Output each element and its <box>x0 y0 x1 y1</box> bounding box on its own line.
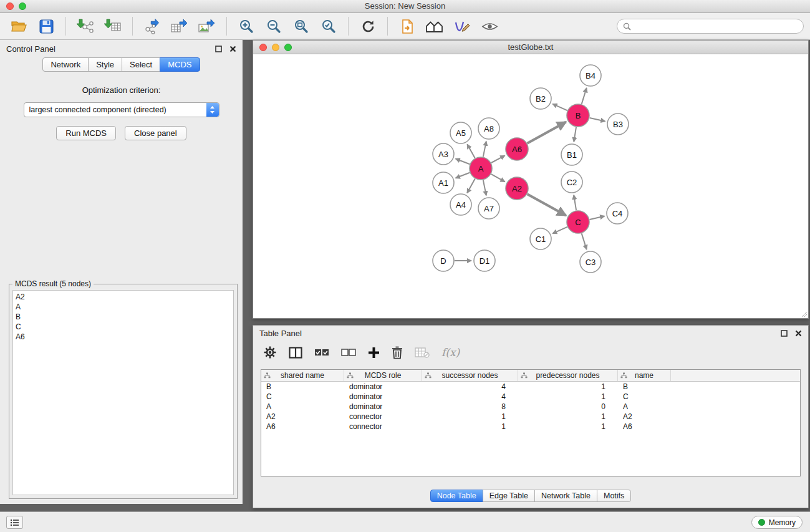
import-network-button[interactable] <box>73 15 98 37</box>
result-item[interactable]: A <box>13 302 233 312</box>
zoom-out-button[interactable] <box>261 15 286 37</box>
tab-style[interactable]: Style <box>88 57 122 72</box>
column-selector-icon[interactable] <box>289 347 302 359</box>
graph-edge-C-C2[interactable] <box>574 195 576 211</box>
tab-node-table[interactable]: Node Table <box>430 490 483 502</box>
open-session-button[interactable] <box>6 15 31 37</box>
optimization-criterion-label: Optimization criterion: <box>0 85 243 95</box>
tab-mcds[interactable]: MCDS <box>160 57 200 72</box>
double-house-icon <box>425 19 444 34</box>
app-window: Session: New Session <box>0 0 810 532</box>
zoom-fit-button[interactable] <box>289 15 314 37</box>
table-row[interactable]: Cdominator41C <box>261 392 800 402</box>
memory-button[interactable]: Memory <box>751 516 803 529</box>
graph-node-label: A2 <box>512 184 522 193</box>
first-neighbors-button[interactable] <box>422 15 447 37</box>
graph-edge-A-A5[interactable] <box>467 144 475 158</box>
zoom-in-button[interactable] <box>234 15 259 37</box>
close-panel-icon[interactable] <box>229 46 236 52</box>
delete-table-grid-icon <box>415 347 430 358</box>
tab-network-table[interactable]: Network Table <box>534 490 597 502</box>
result-item[interactable]: B <box>13 312 233 322</box>
table-row[interactable]: Adominator80A <box>261 402 800 412</box>
graph-edge-A-A8[interactable] <box>483 142 486 157</box>
graph-nodes[interactable]: AA6A2BCA5A8A3A1A4A7B2B4B3B1C2C4C1C3DD1 <box>433 65 629 273</box>
tab-select[interactable]: Select <box>122 57 160 72</box>
node-table: shared name MCDS role successor nodes pr… <box>261 369 801 476</box>
graph-edge-A2-C[interactable] <box>528 194 566 215</box>
graph-edge-C-C1[interactable] <box>552 227 567 234</box>
result-item[interactable]: A6 <box>13 332 233 342</box>
graph-edge-C-C3[interactable] <box>582 233 587 249</box>
cell: 8 <box>422 402 518 412</box>
search-icon <box>623 22 631 31</box>
network-zoom-button[interactable] <box>284 44 292 51</box>
cell: connector <box>344 422 422 432</box>
graph-edge-B-B3[interactable] <box>590 118 605 121</box>
criterion-dropdown[interactable]: largest connected component (directed) <box>24 102 219 117</box>
show-panel-list-button[interactable] <box>6 516 23 529</box>
table-panel-tabs: Node TableEdge TableNetwork TableMotifs <box>253 490 808 502</box>
resize-grip-icon[interactable] <box>800 310 808 317</box>
table-row[interactable]: A6connector11A6 <box>261 422 800 432</box>
search-input[interactable] <box>635 22 798 31</box>
graph-edge-A-A2[interactable] <box>491 174 505 181</box>
annotation-button[interactable] <box>450 15 475 37</box>
network-minimize-button[interactable] <box>272 44 279 51</box>
table-row[interactable]: A2connector11A2 <box>261 412 800 422</box>
close-panel-button[interactable]: Close panel <box>125 126 186 140</box>
show-graphics-details-button[interactable] <box>477 15 502 37</box>
attribute-type-icon <box>620 372 627 379</box>
float-panel-icon[interactable] <box>781 330 788 337</box>
save-session-button[interactable] <box>34 15 59 37</box>
graph-edge-A-A3[interactable] <box>456 159 470 165</box>
tab-edge-table[interactable]: Edge Table <box>483 490 535 502</box>
graph-edge-A-A7[interactable] <box>483 180 486 196</box>
document-export-button[interactable] <box>395 15 420 37</box>
zoom-selected-button[interactable] <box>316 15 341 37</box>
column-header-mcds-role[interactable]: MCDS role <box>344 370 422 381</box>
float-panel-icon[interactable] <box>215 46 222 52</box>
network-graph[interactable]: AA6A2BCA5A8A3A1A4A7B2B4B3B1C2C4C1C3DD1 <box>253 54 808 318</box>
column-header-predecessor-nodes[interactable]: predecessor nodes <box>518 370 618 381</box>
apply-layout-button[interactable] <box>355 15 380 37</box>
network-window-titlebar: testGlobe.txt <box>253 41 808 54</box>
tab-motifs[interactable]: Motifs <box>597 490 631 502</box>
cell: dominator <box>344 392 422 402</box>
table-row[interactable]: Bdominator41B <box>261 382 800 392</box>
graph-edge-B-B4[interactable] <box>582 88 587 104</box>
graph-edge-C-C4[interactable] <box>590 216 605 220</box>
zoom-window-button[interactable] <box>19 2 26 10</box>
result-item[interactable]: A2 <box>13 292 233 302</box>
graph-edge-A-A6[interactable] <box>491 155 505 163</box>
tab-network[interactable]: Network <box>42 57 89 72</box>
column-header-shared-name[interactable]: shared name <box>261 370 344 381</box>
graph-edge-B-B1[interactable] <box>574 127 576 142</box>
graph-edge-A-A4[interactable] <box>467 179 475 193</box>
add-column-plus-icon[interactable] <box>368 347 380 359</box>
column-header-name[interactable]: name <box>618 370 671 381</box>
network-close-button[interactable] <box>259 44 267 51</box>
export-network-button[interactable] <box>140 15 165 37</box>
column-header-successor-nodes[interactable]: successor nodes <box>422 370 518 381</box>
network-canvas[interactable]: AA6A2BCA5A8A3A1A4A7B2B4B3B1C2C4C1C3DD1 <box>253 54 808 318</box>
graph-edge-A6-B[interactable] <box>528 122 566 143</box>
result-item[interactable]: C <box>13 322 233 332</box>
graph-node-label: D <box>440 256 446 266</box>
export-image-button[interactable] <box>195 15 219 37</box>
import-table-button[interactable] <box>100 15 125 37</box>
delete-column-trash-icon[interactable] <box>392 346 403 359</box>
run-mcds-button[interactable]: Run MCDS <box>56 126 116 140</box>
deselect-all-checkboxes-icon[interactable] <box>341 349 356 356</box>
close-panel-icon[interactable] <box>795 330 802 337</box>
settings-gear-icon[interactable] <box>263 346 277 359</box>
close-window-button[interactable] <box>6 2 14 10</box>
select-all-checkboxes-icon[interactable] <box>314 349 329 356</box>
toolbar-separator <box>226 17 227 36</box>
graph-edge-B-B2[interactable] <box>552 104 567 111</box>
graph-edge-A-A1[interactable] <box>456 173 470 178</box>
cell: C <box>261 392 344 402</box>
mcds-result-list[interactable]: A2ABCA6 <box>12 290 234 495</box>
search-field[interactable] <box>617 19 804 34</box>
export-table-button[interactable] <box>167 15 192 37</box>
